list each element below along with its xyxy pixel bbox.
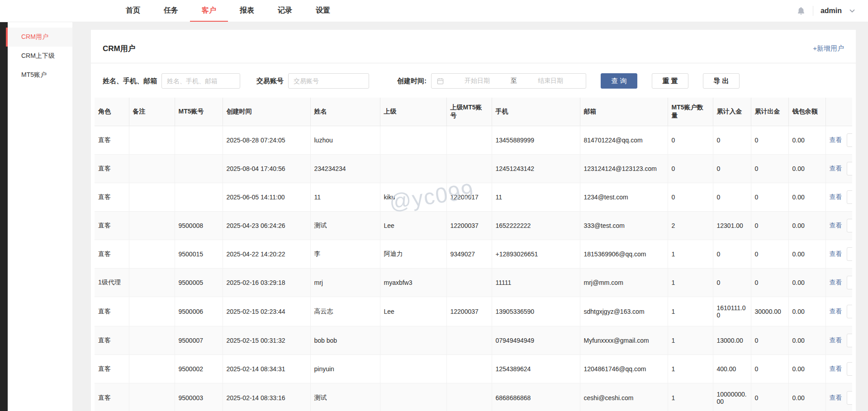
- truncated-action-button[interactable]: [847, 247, 853, 261]
- cell-mt5_count: 0: [668, 183, 713, 212]
- cell-parent_mt5: 12200017: [446, 183, 492, 212]
- nav-item-reports[interactable]: 报表: [228, 0, 266, 22]
- cell-total_deposit: 0: [713, 126, 751, 155]
- reset-button[interactable]: 重 置: [652, 73, 688, 89]
- cell-name: luzhou: [310, 126, 380, 155]
- cell-total_withdrawal: 0: [751, 355, 788, 383]
- chevron-down-icon[interactable]: [849, 8, 855, 14]
- cell-parent_mt5: 9349027: [446, 240, 492, 269]
- add-user-link[interactable]: +新增用户: [813, 44, 844, 53]
- actions-cell: 查看: [825, 269, 852, 297]
- cell-mt5_count: 1: [668, 297, 713, 326]
- view-link[interactable]: 查看: [830, 222, 842, 229]
- cell-name: 11: [310, 183, 380, 212]
- sidebar-item-crm-hierarchy[interactable]: CRM上下级: [6, 47, 72, 66]
- date-range-picker[interactable]: 开始日期 至 结束日期: [431, 73, 586, 89]
- cell-parent_mt5: 12200037: [446, 297, 492, 326]
- truncated-action-button[interactable]: [847, 362, 853, 376]
- nav-item-customers[interactable]: 客户: [190, 0, 228, 22]
- table-header-row: 角色备注MT5账号创建时间姓名上级上级MT5账号手机邮箱MT5账户数量累计入金累…: [95, 98, 852, 126]
- cell-role: 直客: [95, 126, 129, 155]
- keyword-label: 姓名、手机、邮箱: [103, 77, 157, 85]
- truncated-action-button[interactable]: [847, 276, 853, 289]
- cell-total_deposit: 0: [713, 240, 751, 269]
- cell-phone: +12893026651: [492, 240, 580, 269]
- truncated-action-button[interactable]: [847, 133, 853, 147]
- actions-cell: 查看: [825, 183, 852, 212]
- cell-created_at: 2025-02-15 02:23:44: [223, 297, 310, 326]
- cell-email: 333@test.com: [580, 212, 668, 240]
- cell-wallet_balance: 0.00: [788, 383, 825, 411]
- view-link[interactable]: 查看: [830, 136, 842, 143]
- column-header-parent: 上级: [380, 98, 446, 126]
- cell-role: 直客: [95, 383, 129, 411]
- column-header-email: 邮箱: [580, 98, 668, 126]
- cell-wallet_balance: 0.00: [788, 126, 825, 155]
- truncated-action-button[interactable]: [847, 334, 853, 347]
- truncated-action-button[interactable]: [847, 305, 853, 318]
- cell-created_at: 2025-08-28 07:24:05: [223, 126, 310, 155]
- nav-item-home[interactable]: 首页: [114, 0, 152, 22]
- username: admin: [821, 7, 842, 15]
- cell-note: [129, 355, 175, 383]
- search-button[interactable]: 查 询: [601, 73, 637, 89]
- column-header-actions: [825, 98, 852, 126]
- cell-name: bob bob: [310, 326, 380, 355]
- cell-role: 直客: [95, 326, 129, 355]
- top-bar: 首页任务客户报表记录设置 admin: [0, 0, 868, 22]
- view-link[interactable]: 查看: [830, 250, 842, 257]
- nav-item-records[interactable]: 记录: [266, 0, 304, 22]
- date-separator: 至: [511, 77, 517, 85]
- cell-phone: 07949494949: [492, 326, 580, 355]
- view-link[interactable]: 查看: [830, 394, 842, 401]
- trade-account-input[interactable]: [288, 73, 369, 89]
- actions-cell: 查看: [825, 297, 852, 326]
- export-button[interactable]: 导 出: [703, 73, 740, 89]
- cell-parent_mt5: [446, 326, 492, 355]
- nav-item-tasks[interactable]: 任务: [152, 0, 190, 22]
- view-link[interactable]: 查看: [830, 279, 842, 286]
- cell-mt5_count: 1: [668, 326, 713, 355]
- view-link[interactable]: 查看: [830, 336, 842, 344]
- table-row: 直客95000072025-02-15 00:31:32bob bob07949…: [95, 326, 852, 355]
- cell-email: sdhtgxjgyz@163.com: [580, 297, 668, 326]
- cell-mt5_account: [175, 126, 223, 155]
- cell-parent_mt5: [446, 383, 492, 411]
- cell-parent_mt5: [446, 269, 492, 297]
- table-container: 角色备注MT5账号创建时间姓名上级上级MT5账号手机邮箱MT5账户数量累计入金累…: [95, 98, 852, 411]
- table-row: 直客95000022025-02-14 08:34:31pinyuin12543…: [95, 355, 852, 383]
- cell-note: [129, 297, 175, 326]
- cell-wallet_balance: 0.00: [788, 212, 825, 240]
- sidebar-item-mt5-accounts[interactable]: MT5账户: [6, 66, 72, 85]
- keyword-input[interactable]: [161, 73, 240, 89]
- cell-phone: 11: [492, 183, 580, 212]
- cell-name: 测试: [310, 383, 380, 411]
- calendar-icon: [437, 78, 444, 85]
- notification-bell-icon[interactable]: [797, 6, 806, 15]
- cell-wallet_balance: 0.00: [788, 297, 825, 326]
- view-link[interactable]: 查看: [830, 365, 842, 372]
- sidebar-item-crm-users[interactable]: CRM用户: [6, 28, 72, 47]
- cell-mt5_count: 1: [668, 383, 713, 411]
- column-header-wallet_balance: 钱包余额: [788, 98, 825, 126]
- end-date-placeholder[interactable]: 结束日期: [521, 77, 580, 85]
- truncated-action-button[interactable]: [847, 190, 853, 204]
- truncated-action-button[interactable]: [847, 162, 853, 175]
- cell-created_at: 2025-02-15 00:31:32: [223, 326, 310, 355]
- nav-item-settings[interactable]: 设置: [304, 0, 342, 22]
- view-link[interactable]: 查看: [830, 307, 842, 315]
- view-link[interactable]: 查看: [830, 165, 842, 172]
- cell-created_at: 2025-02-14 08:34:31: [223, 355, 310, 383]
- truncated-action-button[interactable]: [847, 219, 853, 232]
- start-date-placeholder[interactable]: 开始日期: [447, 77, 507, 85]
- cell-note: [129, 326, 175, 355]
- cell-wallet_balance: 0.00: [788, 240, 825, 269]
- view-link[interactable]: 查看: [830, 193, 842, 200]
- cell-parent_mt5: [446, 355, 492, 383]
- cell-note: [129, 212, 175, 240]
- cell-phone: 12451243142: [492, 155, 580, 183]
- main-nav: 首页任务客户报表记录设置: [0, 0, 342, 22]
- cell-parent_mt5: 12200037: [446, 212, 492, 240]
- cell-parent: [380, 383, 446, 411]
- truncated-action-button[interactable]: [847, 391, 853, 405]
